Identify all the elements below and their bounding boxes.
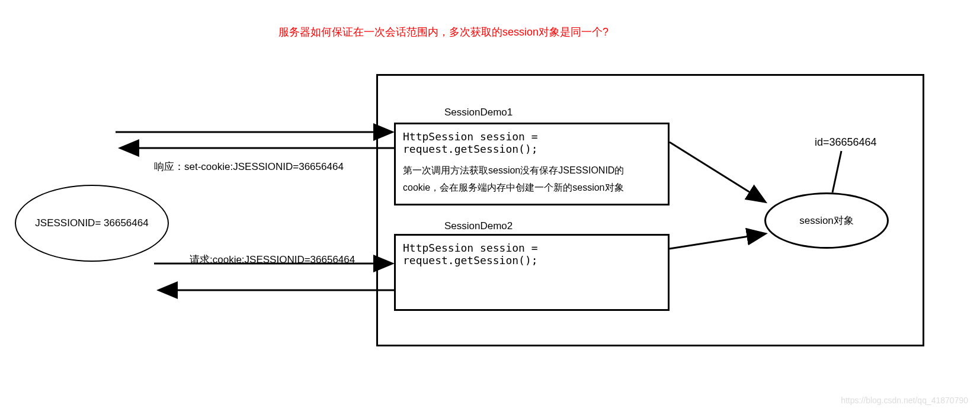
demo1-label: SessionDemo1 <box>444 107 513 118</box>
watermark-text: https://blog.csdn.net/qq_41870790 <box>841 396 968 405</box>
demo2-code: HttpSession session = request.getSession… <box>403 242 661 266</box>
session-id-label: id=36656464 <box>815 136 877 149</box>
response-arrow-label: 响应：set-cookie:JSESSIONID=36656464 <box>154 160 344 174</box>
demo2-box: HttpSession session = request.getSession… <box>394 234 670 311</box>
client-cookie-text: JSESSIONID= 36656464 <box>35 217 148 229</box>
client-cookie-ellipse: JSESSIONID= 36656464 <box>15 185 169 262</box>
demo1-description: 第一次调用方法获取session没有保存JSESSIONID的cookie，会在… <box>403 162 661 197</box>
demo1-code: HttpSession session = request.getSession… <box>403 130 661 155</box>
diagram-title: 服务器如何保证在一次会话范围内，多次获取的session对象是同一个? <box>278 25 609 39</box>
session-object-text: session对象 <box>799 214 854 227</box>
request-arrow-label: 请求:cookie:JSESSIONID=36656464 <box>190 253 355 266</box>
session-object-ellipse: session对象 <box>764 192 889 249</box>
demo2-label: SessionDemo2 <box>444 220 513 232</box>
demo1-box: HttpSession session = request.getSession… <box>394 123 670 205</box>
